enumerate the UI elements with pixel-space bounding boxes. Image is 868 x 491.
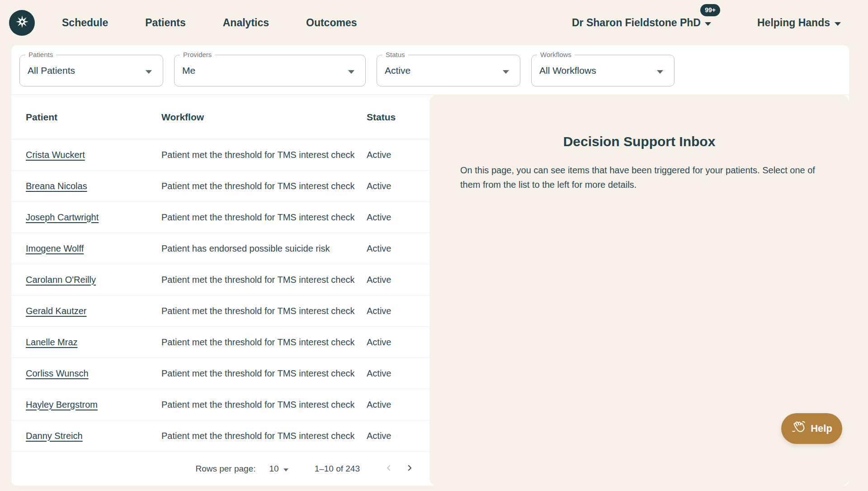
content-card: Patients All Patients Providers Me Statu… (11, 45, 849, 486)
status-cell: Active (367, 212, 422, 223)
status-cell: Active (367, 431, 422, 441)
filter-bar: Patients All Patients Providers Me Statu… (11, 45, 849, 95)
chevron-right-icon (406, 464, 414, 473)
workflow-cell: Patient met the threshold for TMS intere… (161, 275, 367, 285)
workflow-cell: Patient met the threshold for TMS intere… (161, 181, 367, 191)
nav-item-schedule[interactable]: Schedule (62, 17, 108, 29)
status-cell: Active (367, 400, 422, 410)
workflow-cell: Patient met the threshold for TMS intere… (161, 150, 367, 160)
status-cell: Active (367, 243, 422, 254)
rows-per-page-select[interactable]: 10 (269, 464, 288, 474)
workflow-cell: Patient met the threshold for TMS intere… (161, 212, 367, 223)
patient-link[interactable]: Joseph Cartwright (26, 212, 99, 223)
status-cell: Active (367, 275, 422, 285)
org-name: Helping Hands (757, 17, 830, 29)
patients-filter-label: Patients (25, 51, 56, 58)
table-row[interactable]: Hayley Bergstrom Patient met the thresho… (11, 389, 429, 420)
status-filter-label: Status (382, 51, 408, 58)
rows-per-page-label: Rows per page: (195, 464, 255, 474)
patient-link[interactable]: Crista Wuckert (26, 150, 85, 160)
table-body: Crista Wuckert Patient met the threshold… (11, 139, 429, 452)
providers-filter-select[interactable]: Providers Me (174, 55, 366, 86)
patient-link[interactable]: Gerald Kautzer (26, 306, 87, 316)
workflow-cell: Patient met the threshold for TMS intere… (161, 431, 367, 441)
workflow-cell: Patient met the threshold for TMS intere… (161, 368, 367, 379)
notification-badge: 99+ (700, 4, 720, 16)
table-row[interactable]: Carolann O'Reilly Patient met the thresh… (11, 264, 429, 296)
status-cell: Active (367, 337, 422, 348)
patient-link[interactable]: Corliss Wunsch (26, 368, 89, 379)
nav-item-analytics[interactable]: Analytics (223, 17, 269, 29)
table-row[interactable]: Crista Wuckert Patient met the threshold… (11, 139, 429, 171)
workflows-filter-value: All Workflows (539, 65, 596, 76)
dropdown-arrow-icon (503, 65, 509, 76)
providers-filter-label: Providers (180, 51, 215, 58)
panel-title: Decision Support Inbox (429, 134, 849, 149)
workflow-cell: Patient met the threshold for TMS intere… (161, 400, 367, 410)
help-button-label: Help (811, 423, 832, 434)
column-header-status: Status (367, 112, 422, 123)
table-row[interactable]: Danny Streich Patient met the threshold … (11, 420, 429, 452)
pagination-range: 1–10 of 243 (315, 464, 360, 474)
status-filter-select[interactable]: Status Active (377, 55, 520, 86)
patient-link[interactable]: Lanelle Mraz (26, 337, 78, 348)
nav-links: Schedule Patients Analytics Outcomes (62, 17, 357, 29)
nav-item-patients[interactable]: Patients (145, 17, 185, 29)
org-menu[interactable]: Helping Hands (757, 17, 841, 29)
inbox-table: Patient Workflow Status Crista Wuckert P… (11, 95, 429, 486)
patient-link[interactable]: Danny Streich (26, 431, 83, 441)
workflows-filter-select[interactable]: Workflows All Workflows (531, 55, 675, 86)
decision-support-page: Schedule Patients Analytics Outcomes Dr … (0, 0, 868, 491)
chevron-left-icon (385, 464, 393, 473)
dropdown-arrow-icon (146, 65, 152, 76)
workflow-cell: Patient has endorsed possible suicide ri… (161, 243, 367, 254)
patient-link[interactable]: Hayley Bergstrom (26, 400, 98, 410)
patient-link[interactable]: Breana Nicolas (26, 181, 87, 191)
nav-item-outcomes[interactable]: Outcomes (306, 17, 357, 29)
chevron-down-icon (835, 19, 841, 28)
starburst-icon (14, 14, 30, 31)
dropdown-arrow-icon (657, 65, 663, 76)
status-cell: Active (367, 150, 422, 160)
table-row[interactable]: Breana Nicolas Patient met the threshold… (11, 171, 429, 202)
status-cell: Active (367, 181, 422, 191)
status-filter-value: Active (385, 65, 410, 76)
dropdown-arrow-icon (283, 464, 288, 474)
user-menu[interactable]: Dr Sharon Fieldstone PhD 99+ (572, 17, 711, 29)
waving-hand-icon (791, 420, 806, 437)
app-logo[interactable] (9, 10, 35, 36)
status-cell: Active (367, 368, 422, 379)
table-header-row: Patient Workflow Status (11, 95, 429, 139)
chevron-down-icon (705, 19, 711, 28)
top-nav: Schedule Patients Analytics Outcomes Dr … (0, 0, 868, 45)
panel-description: On this page, you can see items that hav… (460, 163, 818, 192)
pagination-bar: Rows per page: 10 1–10 of 243 (11, 452, 429, 486)
table-row[interactable]: Lanelle Mraz Patient met the threshold f… (11, 327, 429, 358)
table-row[interactable]: Corliss Wunsch Patient met the threshold… (11, 358, 429, 389)
next-page-button[interactable] (401, 461, 418, 477)
workflow-cell: Patient met the threshold for TMS intere… (161, 337, 367, 348)
patients-filter-value: All Patients (28, 65, 75, 76)
table-row[interactable]: Imogene Wolff Patient has endorsed possi… (11, 233, 429, 264)
dropdown-arrow-icon (348, 65, 354, 76)
previous-page-button[interactable] (381, 461, 397, 477)
help-button[interactable]: Help (781, 413, 842, 444)
workflows-filter-label: Workflows (537, 51, 575, 58)
providers-filter-value: Me (182, 65, 195, 76)
table-row[interactable]: Joseph Cartwright Patient met the thresh… (11, 202, 429, 233)
column-header-workflow: Workflow (161, 112, 367, 123)
column-header-patient: Patient (26, 112, 161, 123)
nav-right: Dr Sharon Fieldstone PhD 99+ Helping Han… (572, 17, 841, 29)
table-row[interactable]: Gerald Kautzer Patient met the threshold… (11, 296, 429, 327)
workflow-cell: Patient met the threshold for TMS intere… (161, 306, 367, 316)
patient-link[interactable]: Imogene Wolff (26, 243, 84, 254)
user-name: Dr Sharon Fieldstone PhD (572, 17, 701, 29)
patient-link[interactable]: Carolann O'Reilly (26, 275, 96, 285)
status-cell: Active (367, 306, 422, 316)
patients-filter-select[interactable]: Patients All Patients (19, 55, 163, 86)
rows-per-page-value: 10 (269, 464, 278, 474)
